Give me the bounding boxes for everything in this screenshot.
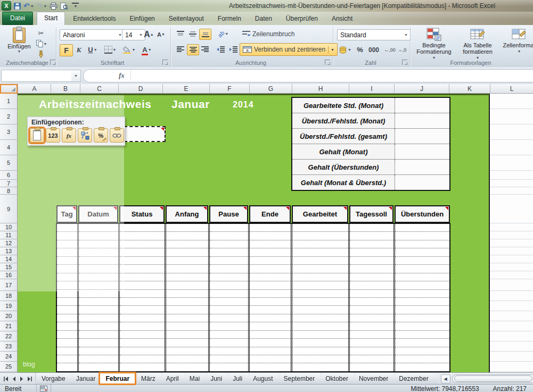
table-cell[interactable] (350, 355, 393, 363)
grid-cell[interactable] (490, 140, 533, 155)
ribbon-tab[interactable]: Datei (2, 12, 33, 25)
paste-link-button[interactable] (110, 128, 124, 143)
grid-cell[interactable] (490, 271, 533, 279)
table-cell[interactable] (57, 298, 77, 306)
column-header[interactable]: K (449, 84, 490, 94)
grid-cell[interactable] (490, 291, 533, 301)
table-cell[interactable] (120, 290, 165, 298)
ribbon-tab[interactable]: Formeln (212, 13, 247, 25)
table-cell[interactable] (292, 331, 348, 339)
table-cell[interactable] (292, 224, 348, 232)
table-cell[interactable] (395, 273, 449, 281)
table-cell[interactable] (395, 347, 449, 355)
row-header[interactable]: 25 (0, 362, 18, 372)
table-cell[interactable] (120, 265, 165, 273)
table-cell[interactable] (350, 265, 393, 273)
table-cell[interactable] (350, 290, 393, 298)
sheet-tab[interactable]: Februar (99, 372, 136, 385)
summary-value-cell[interactable] (395, 144, 449, 159)
summary-value-cell[interactable] (395, 113, 449, 128)
paste-keep-formatting-button[interactable] (30, 128, 44, 143)
table-cell[interactable] (210, 290, 248, 298)
grid-cell[interactable] (490, 187, 533, 195)
row-header[interactable]: 18 (0, 291, 18, 301)
table-cell[interactable] (210, 331, 248, 339)
column-header[interactable]: L (490, 84, 533, 94)
column-header[interactable]: A (18, 84, 51, 94)
row-header[interactable]: 19 (0, 301, 18, 311)
borders-button[interactable]: ▼ (102, 44, 118, 55)
sheet-tab[interactable]: Oktober (318, 373, 354, 385)
align-right-button[interactable] (199, 44, 210, 54)
table-header-cell[interactable]: Überstunden (395, 205, 450, 223)
table-cell[interactable] (250, 281, 291, 289)
table-cell[interactable] (250, 273, 291, 281)
table-cell[interactable] (57, 355, 77, 363)
table-cell[interactable] (57, 363, 77, 371)
grid-cell[interactable] (490, 223, 533, 231)
row-header[interactable]: 16 (0, 271, 18, 279)
column-header[interactable]: C (80, 84, 118, 94)
table-cell[interactable] (350, 347, 393, 355)
table-cell[interactable] (350, 232, 393, 240)
table-cell[interactable] (292, 314, 348, 322)
ribbon-tab[interactable]: Einfügen (124, 13, 160, 25)
table-cell[interactable] (79, 298, 118, 306)
table-cell[interactable] (210, 322, 248, 330)
table-cell[interactable] (166, 281, 208, 289)
paste-formatting-button[interactable]: % (94, 128, 108, 143)
column-header[interactable]: H (292, 84, 349, 94)
table-cell[interactable] (350, 248, 393, 256)
table-cell[interactable] (210, 347, 248, 355)
sheet-tab[interactable]: Januar (69, 373, 102, 385)
table-cell[interactable] (210, 224, 248, 232)
next-sheet-button[interactable] (18, 375, 25, 383)
table-cell[interactable] (350, 298, 393, 306)
table-cell[interactable] (250, 322, 291, 330)
table-cell[interactable] (166, 232, 208, 240)
table-cell[interactable] (166, 347, 208, 355)
table-cell[interactable] (79, 363, 118, 371)
row-header[interactable]: 13 (0, 247, 18, 255)
table-cell[interactable] (120, 363, 165, 371)
table-cell[interactable] (350, 273, 393, 281)
insert-function-icon[interactable]: fx (119, 71, 125, 80)
table-cell[interactable] (395, 306, 449, 314)
bold-button[interactable]: F (60, 44, 73, 56)
formula-input[interactable]: fx (83, 69, 533, 82)
table-cell[interactable] (292, 339, 348, 347)
table-cell[interactable] (166, 257, 208, 265)
ribbon-tab[interactable]: Ansicht (326, 13, 358, 25)
row-header[interactable]: 21 (0, 321, 18, 331)
table-cell[interactable] (250, 290, 291, 298)
row-header[interactable]: 22 (0, 331, 18, 341)
number-dialog-launcher[interactable] (402, 60, 407, 65)
table-cell[interactable] (210, 240, 248, 248)
grid-cell[interactable] (490, 109, 533, 124)
grid-cell[interactable] (490, 255, 533, 263)
grid-cell[interactable] (490, 331, 533, 341)
horizontal-scrollbar[interactable] (452, 374, 533, 383)
grid-cell[interactable] (490, 171, 533, 180)
clipboard-dialog-launcher[interactable] (50, 60, 55, 65)
table-cell[interactable] (350, 257, 393, 265)
table-cell[interactable] (250, 306, 291, 314)
table-cell[interactable] (210, 248, 248, 256)
table-cell[interactable] (250, 240, 291, 248)
currency-format-button[interactable]: ▼ (337, 44, 353, 55)
row-header[interactable]: 24 (0, 352, 18, 362)
customize-qat-dropdown[interactable]: ▼ (72, 3, 79, 10)
table-cell[interactable] (350, 363, 393, 371)
table-header-cell[interactable]: Ende (249, 205, 291, 223)
sheet-tab[interactable]: Juli (225, 373, 248, 385)
summary-value-cell[interactable] (395, 175, 449, 190)
sheet-tab[interactable]: August (245, 373, 278, 385)
grid-cell[interactable] (490, 352, 533, 362)
table-cell[interactable] (350, 224, 393, 232)
row-header[interactable]: 23 (0, 341, 18, 352)
table-cell[interactable] (120, 322, 165, 330)
format-as-table-button[interactable]: Als Tabelle formatieren ▼ (459, 28, 496, 61)
row-header[interactable]: 12 (0, 239, 18, 247)
table-cell[interactable] (210, 298, 248, 306)
table-cell[interactable] (210, 363, 248, 371)
